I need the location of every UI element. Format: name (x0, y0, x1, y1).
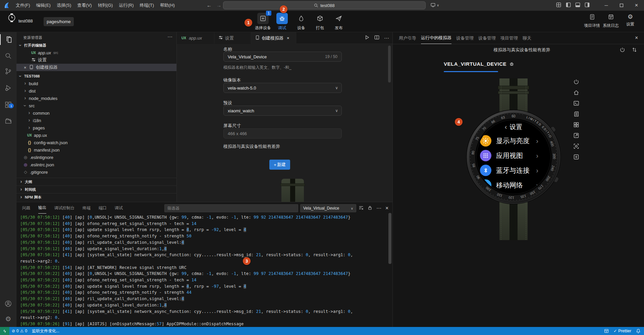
project-detail-button[interactable]: 项目详情 (583, 14, 601, 29)
tree-item[interactable]: ›dist (16, 87, 177, 95)
toggle-secondary-sidebar-icon[interactable] (584, 2, 591, 9)
home-icon[interactable] (573, 89, 580, 96)
close-icon[interactable]: × (287, 36, 289, 41)
device-target-icon[interactable]: ∨ (430, 2, 439, 8)
remote-indicator[interactable]: ϟ (0, 327, 9, 335)
formatter-status[interactable]: ✓Prettier (611, 329, 634, 333)
open-editor-settings[interactable]: 设置 (16, 56, 177, 64)
activity-search-icon[interactable] (0, 48, 16, 63)
activity-explorer-icon[interactable] (0, 32, 16, 47)
problems-status[interactable]: ⊘0 ⚠0 (9, 329, 30, 333)
simulator-tab-2[interactable]: 运行中的模拟器 (421, 32, 451, 44)
layout-grid-icon[interactable] (556, 2, 562, 9)
preset-select[interactable]: xiaomi_watch∨ (223, 106, 342, 116)
publish-button[interactable]: 发布 (329, 13, 348, 31)
window-minimize-icon[interactable]: ─ (599, 0, 614, 11)
tab-create-simulator[interactable]: 创建模拟器 × (251, 32, 296, 44)
power-icon[interactable] (620, 47, 625, 54)
simulator-tab-4[interactable]: 设备管理 (478, 32, 496, 44)
power-icon[interactable] (573, 78, 580, 85)
notifications-bell-icon[interactable] (634, 329, 644, 333)
menu-view[interactable]: 查看(V) (74, 2, 95, 8)
image-version-select[interactable]: vela-watch-5.0∨ (223, 83, 342, 93)
tree-item[interactable]: ◎.eslintrc.json (16, 161, 177, 168)
tab-appux[interactable]: UXapp.ux (177, 32, 214, 44)
panel-tab-1[interactable]: 问题 (22, 202, 30, 214)
panel-scrollbar[interactable] (388, 213, 391, 264)
tree-item[interactable]: ›i18n (16, 117, 177, 124)
panel-tab-3[interactable]: 调试控制台 (54, 202, 74, 214)
toggle-panel-icon[interactable] (575, 2, 582, 9)
menu-selection[interactable]: 选择(S) (54, 2, 74, 8)
settings-button[interactable]: ⚙ 设置 (621, 14, 639, 27)
panel-tab-4[interactable]: 终端 (83, 202, 91, 214)
npm-scripts-section[interactable]: ›NPM 脚本 (16, 193, 177, 201)
watch-menu-item[interactable]: 应用视图› (477, 148, 550, 163)
debug-button[interactable]: 调试 (273, 13, 291, 31)
tree-item[interactable]: ›common (16, 109, 177, 117)
system-log-button[interactable]: 系统日志 (602, 14, 620, 29)
filter-input[interactable] (164, 204, 298, 212)
panel-tab-5[interactable]: 端口 (99, 202, 107, 214)
log-file-icon[interactable] (573, 111, 580, 117)
terminal-icon[interactable] (573, 100, 580, 107)
command-center-search[interactable]: test088 (223, 1, 426, 9)
menu-run[interactable]: 运行(R) (116, 2, 137, 8)
tree-item[interactable]: ◇.gitignore (16, 168, 177, 176)
clear-output-icon[interactable] (359, 205, 364, 212)
split-editor-icon[interactable] (374, 35, 379, 41)
back-chevron-icon[interactable]: ‹ (505, 123, 507, 130)
panel-tab-2[interactable]: 输出 (38, 202, 46, 214)
menu-terminal[interactable]: 终端(T) (137, 2, 157, 8)
panel-close-icon[interactable]: × (385, 205, 388, 211)
tab-settings[interactable]: 设置 (214, 32, 251, 44)
device-button[interactable]: 设备 (292, 13, 311, 31)
manage-gear-icon[interactable]: ⚙ (0, 312, 16, 326)
page-route-button[interactable]: pages/home (44, 17, 74, 26)
toggle-sidebar-icon[interactable] (566, 2, 572, 9)
tree-item[interactable]: {}config-watch.json (16, 139, 177, 146)
tree-item[interactable]: ›pages (16, 124, 177, 131)
simulator-tab-1[interactable]: 用户引导 (399, 32, 416, 44)
run-icon[interactable] (365, 35, 370, 41)
create-button[interactable]: +新建 (269, 160, 290, 170)
explorer-more-icon[interactable]: ⋯ (167, 34, 172, 40)
menu-help[interactable]: 帮助(H) (157, 2, 178, 8)
app-grid-icon[interactable] (573, 121, 580, 128)
output-channel-select[interactable]: Vela_Virtual_Device∨ (300, 204, 356, 212)
panel-close-icon[interactable]: × (635, 35, 638, 41)
name-input[interactable]: Vela_Virtual_Device 19 / 50 (223, 52, 342, 62)
watch-status-message[interactable]: 监听文件变化... (30, 328, 62, 334)
watch-menu-item[interactable]: 显示与亮度› (477, 133, 550, 148)
timeline-section[interactable]: ›时间线 (16, 185, 177, 193)
package-button[interactable]: 打包 (311, 13, 329, 31)
add-icon[interactable] (573, 154, 580, 160)
outline-section[interactable]: ›大纲 (16, 178, 177, 185)
open-editors-header[interactable]: ›打开的编辑器 (16, 42, 177, 49)
watch-screen-ui[interactable]: ‹设置 显示与亮度›应用视图›蓝牙与连接›移动网络› (477, 120, 550, 194)
watch-menu-item[interactable]: 蓝牙与连接› (477, 163, 550, 178)
close-icon[interactable]: × (24, 65, 26, 70)
open-editor-appux[interactable]: UXapp.uxsrc (16, 49, 177, 56)
select-device-button[interactable]: 1 选择设备 (254, 13, 272, 31)
activity-source-control-icon[interactable] (0, 64, 16, 78)
resize-icon[interactable] (573, 132, 580, 139)
window-close-icon[interactable]: × (629, 0, 644, 11)
activity-run-debug-icon[interactable] (0, 80, 16, 95)
open-editor-create-simulator[interactable]: × 创建模拟器 (16, 64, 177, 71)
tree-item[interactable]: ›node_modules (16, 95, 177, 102)
layout-status-icon[interactable] (602, 329, 611, 333)
activity-extensions-icon[interactable]: 1 (0, 97, 16, 112)
simulator-tab-5[interactable]: 项目管理 (500, 32, 518, 44)
panel-tab-6[interactable]: 调试 (115, 202, 123, 214)
account-icon[interactable] (0, 296, 16, 311)
sort-icon[interactable] (632, 47, 637, 54)
more-actions-icon[interactable]: ⋯ (384, 35, 389, 41)
menu-goto[interactable]: 转到(G) (95, 2, 116, 8)
simulator-tab-3[interactable]: 设备管理 (456, 32, 474, 44)
screenshot-frame-icon[interactable] (573, 143, 580, 150)
panel-more-icon[interactable]: ⋯ (376, 205, 381, 211)
tree-item[interactable]: {}manifest.json (16, 146, 177, 154)
menu-edit[interactable]: 编辑(E) (33, 2, 54, 8)
lock-scroll-icon[interactable] (368, 205, 372, 212)
